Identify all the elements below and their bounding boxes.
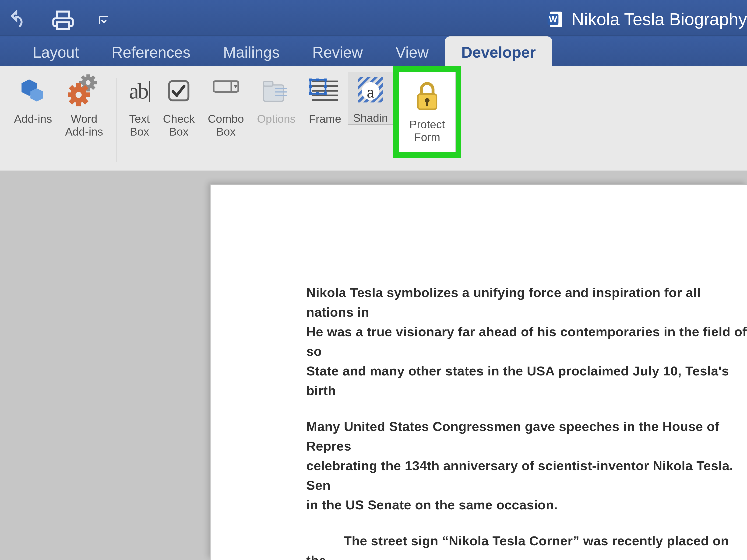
title-bar: W Nikola Tesla Biography (0, 0, 747, 36)
text-box-button[interactable]: ab Text Box (123, 73, 157, 138)
document-canvas[interactable]: Nikola Tesla symbolizes a unifying force… (210, 184, 747, 560)
doc-line: State and many other states in the USA p… (306, 364, 729, 398)
word-icon: W (546, 10, 565, 29)
tab-view[interactable]: View (379, 36, 445, 69)
svg-rect-20 (263, 85, 283, 101)
check-box-button[interactable]: Check Box (156, 73, 201, 138)
doc-line: Nikola Tesla symbolizes a unifying force… (306, 285, 701, 319)
tab-references[interactable]: References (95, 36, 207, 69)
tab-mailings[interactable]: Mailings (207, 36, 296, 69)
svg-point-10 (86, 80, 91, 85)
svg-rect-37 (309, 85, 312, 88)
addins-button[interactable]: Add-ins (0, 73, 59, 125)
separator (116, 78, 117, 162)
text-box-icon: ab (129, 73, 150, 108)
svg-rect-31 (309, 79, 312, 82)
shading-label: Shadin (353, 111, 388, 124)
text-box-label: Text Box (129, 112, 150, 138)
protect-form-label: Protect Form (409, 118, 445, 144)
frame-icon (309, 73, 341, 108)
tab-review[interactable]: Review (296, 36, 379, 69)
gear-icon (68, 73, 100, 108)
combo-box-icon (212, 73, 240, 108)
customize-qat-button[interactable] (97, 10, 111, 31)
doc-line: in the US Senate on the same occasion. (306, 498, 558, 512)
frame-label: Frame (309, 112, 341, 125)
document-title: W Nikola Tesla Biography (546, 9, 747, 29)
doc-line: He was a true visionary far ahead of his… (306, 324, 747, 358)
svg-rect-34 (324, 92, 327, 95)
svg-text:W: W (549, 15, 557, 24)
protect-form-button[interactable]: Protect Form (399, 72, 456, 152)
svg-rect-33 (309, 92, 312, 95)
frame-button[interactable]: Frame (302, 73, 348, 125)
word-addins-label: Word Add-ins (65, 112, 103, 138)
ribbon: Add-ins Word Add-ins ab Text Box Check B… (0, 66, 747, 171)
svg-rect-36 (316, 92, 319, 95)
addins-label: Add-ins (14, 112, 52, 125)
addins-icon (18, 73, 48, 108)
doc-line: Many United States Congressmen gave spee… (306, 419, 719, 453)
doc-line: The street sign “Nikola Tesla Corner” wa… (306, 533, 729, 560)
document-body: Nikola Tesla symbolizes a unifying force… (211, 185, 747, 560)
shading-button[interactable]: a Shadin (348, 72, 393, 125)
combo-box-label: Combo Box (208, 112, 244, 138)
svg-rect-45 (426, 102, 428, 106)
svg-rect-38 (324, 85, 327, 88)
check-box-icon (166, 73, 192, 108)
document-title-text: Nikola Tesla Biography (572, 9, 747, 29)
check-box-label: Check Box (163, 112, 195, 138)
svg-rect-21 (263, 81, 273, 86)
combo-box-button[interactable]: Combo Box (201, 73, 251, 138)
undo-button[interactable] (3, 10, 29, 31)
options-label: Options (257, 112, 295, 125)
lock-icon (413, 79, 441, 114)
ribbon-tabs: Layout References Mailings Review View D… (0, 36, 747, 66)
highlight-box: Protect Form (393, 66, 461, 158)
word-addins-button[interactable]: Word Add-ins (59, 73, 110, 138)
options-icon (261, 73, 291, 108)
svg-rect-32 (324, 79, 327, 82)
tab-developer[interactable]: Developer (445, 36, 552, 69)
doc-line: celebrating the 134th anniversary of sci… (306, 458, 733, 492)
tab-layout[interactable]: Layout (16, 36, 95, 69)
svg-text:a: a (367, 83, 374, 101)
svg-point-16 (76, 92, 82, 98)
options-button: Options (251, 73, 302, 125)
svg-rect-35 (316, 79, 319, 82)
print-button[interactable] (50, 10, 76, 31)
quick-access-toolbar (3, 10, 111, 31)
shading-icon: a (355, 72, 386, 107)
